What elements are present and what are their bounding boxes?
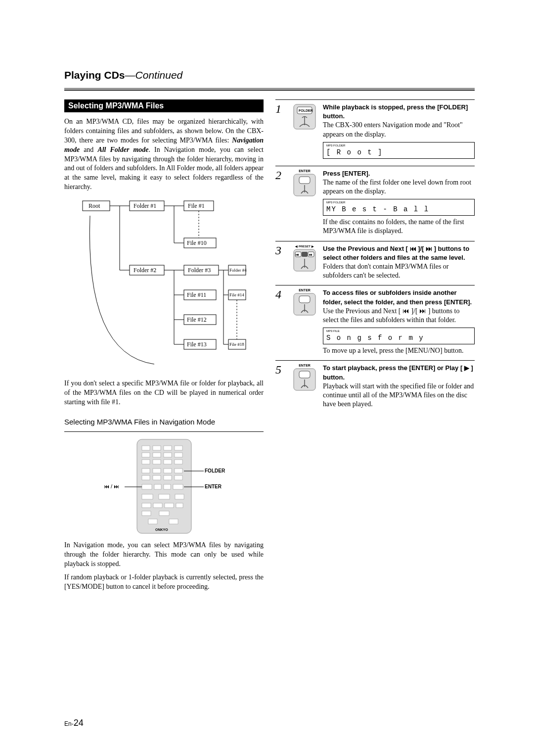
step-body: Folders that don't contain MP3/WMA files… [323,263,449,279]
step-bold: Press [ENTER]. [323,170,370,177]
svg-rect-88 [299,177,310,184]
step-body: Use the Previous and Next [ ⏮ ]/[ ⏭ ] bu… [323,307,459,324]
svg-rect-51 [153,460,161,464]
nav-para-2: If random playback or 1-folder playback … [64,573,264,592]
svg-rect-72 [176,503,183,508]
intro-paragraph: On an MP3/WMA CD, files may be organized… [64,117,264,192]
svg-rect-45 [175,446,182,450]
step-number: 4 [275,288,286,355]
svg-text:File #10: File #10 [187,239,207,246]
svg-rect-71 [165,503,174,508]
step-number: 5 [275,364,286,409]
svg-rect-67 [159,494,170,499]
svg-text:Folder #3: Folder #3 [188,267,211,274]
svg-rect-55 [153,469,161,473]
svg-text:⏮: ⏮ [296,253,299,257]
lcd-display: MP3 FOLDER MY B e s t - B a l l [323,199,475,216]
svg-text:FOLDER: FOLDER [205,468,225,473]
svg-rect-62 [142,484,152,489]
svg-rect-50 [142,460,150,464]
step-after: If the disc contains no folders, the nam… [323,218,464,235]
svg-rect-63 [154,484,161,489]
svg-rect-69 [142,503,151,508]
svg-text:FOLDER: FOLDER [299,109,313,112]
title-main: Playing CDs [64,69,125,81]
step-number: 2 [275,169,286,236]
folder-button-icon: FOLDER [291,103,318,161]
step-4: 4 ENTER To access files or subfolders in… [275,285,475,361]
svg-rect-49 [175,453,182,457]
svg-rect-74 [159,511,169,516]
svg-rect-64 [164,484,171,489]
step-body: Playback will start with the specified f… [323,382,474,408]
svg-rect-60 [164,475,172,480]
lcd-display: MP3 FOLDER [ R o o t ] [323,142,475,159]
step-2: 2 ENTER Press [ENTER]. The name of the f… [275,166,475,241]
svg-rect-56 [164,469,172,473]
svg-rect-44 [164,446,172,450]
svg-rect-65 [173,484,183,489]
svg-text:⏮ / ⏭: ⏮ / ⏭ [104,483,119,489]
step-body: The CBX-300 enters Navigation mode and "… [323,121,463,138]
lcd-display: MP3 FILE S o n g s f o r m y [323,328,475,344]
step-bold: While playback is stopped, press the [FO… [323,103,468,120]
enter-button-icon: ENTER [291,169,318,236]
svg-rect-48 [164,453,172,457]
svg-rect-70 [153,503,162,508]
svg-rect-46 [142,453,150,457]
page-title: Playing CDs—Continued [64,69,475,81]
step-bold: Use the Previous and Next [ ⏮ ]/[ ⏭ ] bu… [323,245,469,261]
svg-rect-53 [175,460,182,464]
svg-rect-57 [175,469,182,473]
svg-rect-42 [142,446,150,450]
svg-text:Folder #4: Folder #4 [229,268,247,273]
page-number: En-24 [64,718,84,728]
svg-rect-61 [175,475,182,480]
svg-text:File #11: File #11 [187,291,206,298]
svg-text:File #13: File #13 [187,341,207,348]
svg-rect-96 [299,296,310,303]
svg-rect-43 [153,446,161,450]
svg-rect-58 [142,475,150,480]
svg-rect-98 [299,371,310,378]
svg-text:⏭: ⏭ [309,253,312,257]
title-continued: —Continued [125,69,183,81]
svg-rect-47 [153,453,161,457]
svg-rect-75 [148,519,157,524]
svg-rect-52 [164,460,172,464]
folder-tree-diagram: .box{fill:#fff;stroke:#000;stroke-width:… [80,196,248,374]
svg-rect-54 [142,469,150,473]
remote-diagram: ONKYO ⏮ / ⏭ FOLDER ENTER [90,437,238,536]
svg-text:File #12: File #12 [187,316,207,323]
reverse-heading: Selecting MP3/WMA Files [64,99,264,112]
svg-text:File #14: File #14 [229,292,244,297]
post-tree-paragraph: If you don't select a specific MP3/WMA f… [64,379,264,407]
nav-para-1: In Navigation mode, you can select MP3/W… [64,541,264,569]
svg-text:File #1: File #1 [188,202,205,209]
svg-text:Folder #1: Folder #1 [134,202,156,209]
svg-text:File #18: File #18 [229,342,244,347]
step-after: To move up a level, press the [MENU/NO] … [323,347,463,354]
svg-rect-76 [169,519,178,524]
step-1: 1 FOLDER While playback is stopped, pres… [275,100,475,166]
step-number: 1 [275,103,286,161]
step-5: 5 ENTER To start playback, press the [EN… [275,361,475,414]
prev-next-buttons-icon: ◀ PRESET ▶ ⏮ ⏭ [291,244,318,281]
svg-rect-91 [302,252,308,257]
svg-text:Folder #2: Folder #2 [134,267,156,274]
enter-button-icon: ENTER [291,364,318,409]
svg-rect-73 [142,511,151,516]
step-bold: To access files or subfolders inside ano… [323,289,472,305]
step-list: 1 FOLDER While playback is stopped, pres… [275,99,475,414]
step-bold: To start playback, press the [ENTER] or … [323,364,473,380]
enter-button-icon: ENTER [291,288,318,355]
svg-rect-66 [142,494,153,499]
step-body: The name of the first folder one level d… [323,179,471,195]
svg-text:ONKYO: ONKYO [155,528,168,531]
svg-rect-68 [175,494,184,499]
nav-subheading: Selecting MP3/WMA Files in Navigation Mo… [64,417,264,427]
svg-rect-59 [153,475,161,480]
svg-text:Root: Root [89,202,100,209]
step-3: 3 ◀ PRESET ▶ ⏮ ⏭ [275,241,475,286]
step-number: 3 [275,244,286,281]
